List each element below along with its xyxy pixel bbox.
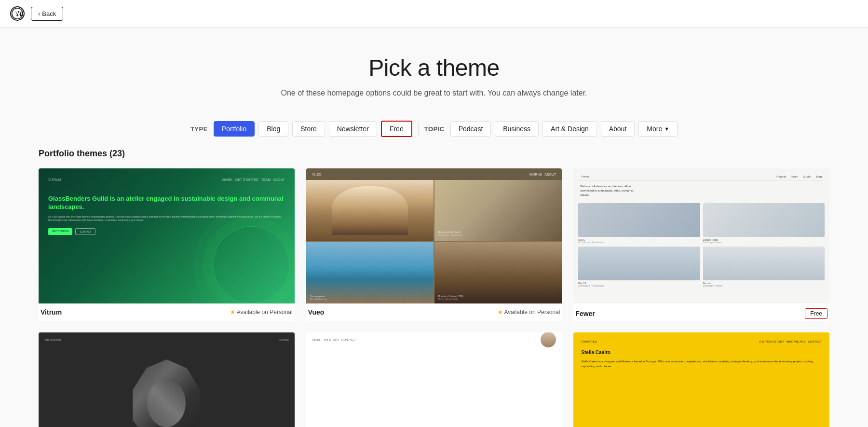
fewer-intro: We're a collaborative architecture offic… bbox=[578, 184, 636, 197]
theme-preview-dossier: ABOUT MY STORY CONTACT DOSSIER bbox=[306, 332, 562, 427]
vueo-name: Vueo bbox=[308, 308, 325, 316]
dark-body bbox=[44, 344, 289, 427]
filter-podcast[interactable]: Podcast bbox=[450, 121, 491, 137]
back-label: Back bbox=[42, 10, 56, 17]
page-subtitle: One of these homepage options could be g… bbox=[10, 89, 858, 97]
vueo-header: VUEO WORKS ABOUT bbox=[306, 168, 562, 180]
fewer-nav: Fewer Projects Team Studio Blog bbox=[578, 173, 825, 180]
filter-about[interactable]: About bbox=[601, 121, 635, 137]
vueo-landscape-cell: Young womanPortrait Painting bbox=[306, 242, 434, 303]
vitrum-headline: GlassBenders Guild is an atelier engaged… bbox=[48, 195, 285, 211]
theme-preview-vueo: VUEO WORKS ABOUT bbox=[306, 168, 562, 303]
dark-nav: About Journal Contact bbox=[44, 338, 289, 341]
theme-card-dark[interactable]: About Journal Contact bbox=[39, 332, 295, 427]
filter-bar: TYPE Portfolio Blog Store Newsletter Fre… bbox=[0, 113, 868, 149]
themes-grid: VITRUM WORK GET STARTED TEAM ABOUT Glass… bbox=[39, 168, 829, 427]
theme-card-vueo[interactable]: VUEO WORKS ABOUT bbox=[306, 168, 562, 321]
theme-card-vitrum[interactable]: VITRUM WORK GET STARTED TEAM ABOUT Glass… bbox=[39, 168, 295, 321]
more-label: More bbox=[647, 125, 662, 133]
filter-art-design[interactable]: Art & Design bbox=[542, 121, 597, 137]
chevron-down-icon: ▼ bbox=[664, 126, 669, 132]
top-bar: W ‹ Back bbox=[0, 0, 868, 28]
type-label: TYPE bbox=[190, 125, 208, 133]
vitrum-badge: Available on Personal bbox=[230, 309, 293, 316]
filter-blog[interactable]: Blog bbox=[258, 121, 288, 137]
hero-section: Pick a theme One of these homepage optio… bbox=[0, 28, 868, 113]
fewer-img-4 bbox=[703, 247, 825, 280]
dossier-top: ABOUT MY STORY CONTACT bbox=[306, 332, 562, 347]
back-chevron-icon: ‹ bbox=[38, 10, 40, 17]
vueo-painting1-cell: Resting at the BeachGenre Art · Classic … bbox=[434, 180, 562, 241]
svg-text:W: W bbox=[14, 10, 21, 17]
back-button[interactable]: ‹ Back bbox=[31, 7, 63, 21]
vueo-portrait-cell bbox=[306, 180, 434, 241]
vitrum-theme-info: Vitrum Available on Personal bbox=[39, 303, 295, 318]
fewer-theme-info: Fewer Free bbox=[573, 303, 829, 321]
filter-portfolio[interactable]: Portfolio bbox=[214, 121, 255, 137]
filter-free[interactable]: Free bbox=[381, 121, 412, 137]
vueo-theme-info: Vueo Available on Personal bbox=[306, 303, 562, 318]
fewer-badge: Free bbox=[805, 308, 827, 319]
theme-preview-fewer: Fewer Projects Team Studio Blog We're a … bbox=[573, 168, 829, 303]
filter-divider bbox=[418, 122, 419, 136]
yellow-nav: FRAMATER IT'S YOUR STORY WHO WE ARE CONT… bbox=[581, 340, 822, 343]
section-title: Portfolio themes (23) bbox=[39, 149, 829, 159]
theme-preview-dark: About Journal Contact bbox=[39, 332, 295, 427]
fewer-grid: SARG Architecture · Renaissance London F… bbox=[578, 203, 825, 287]
vitrum-nav: VITRUM WORK GET STARTED TEAM ABOUT bbox=[48, 178, 285, 181]
filter-business[interactable]: Business bbox=[495, 121, 539, 137]
theme-card-fewer[interactable]: Fewer Projects Team Studio Blog We're a … bbox=[573, 168, 829, 321]
fewer-img-1 bbox=[578, 203, 700, 237]
vitrum-name: Vitrum bbox=[41, 308, 62, 316]
yellow-content: Stella Caeiro Stella Caeiro is a designe… bbox=[581, 349, 822, 369]
wordpress-logo: W bbox=[10, 6, 25, 21]
fewer-name: Fewer bbox=[575, 310, 595, 317]
theme-preview-vitrum: VITRUM WORK GET STARTED TEAM ABOUT Glass… bbox=[39, 168, 295, 303]
filter-more[interactable]: More ▼ bbox=[638, 121, 678, 137]
vitrum-decorative-circle bbox=[213, 226, 290, 303]
filter-newsletter[interactable]: Newsletter bbox=[329, 121, 377, 137]
filter-store[interactable]: Store bbox=[292, 121, 325, 137]
page-title: Pick a theme bbox=[10, 55, 858, 81]
theme-preview-yellow: FRAMATER IT'S YOUR STORY WHO WE ARE CONT… bbox=[573, 332, 829, 427]
vueo-dark-portrait-cell: Portrait of Julian (1888)Study Study Stu… bbox=[434, 242, 562, 303]
topic-label: TOPIC bbox=[424, 125, 445, 133]
themes-section: Portfolio themes (23) VITRUM WORK GET ST… bbox=[0, 149, 868, 427]
vueo-badge: Available on Personal bbox=[498, 309, 560, 316]
fewer-img-2 bbox=[703, 203, 825, 237]
theme-card-yellow[interactable]: FRAMATER IT'S YOUR STORY WHO WE ARE CONT… bbox=[573, 332, 829, 427]
theme-card-dossier[interactable]: ABOUT MY STORY CONTACT DOSSIER bbox=[306, 332, 562, 427]
fewer-img-3 bbox=[578, 247, 700, 280]
vitrum-body: As a full-service firm, the Guild delive… bbox=[48, 215, 285, 222]
